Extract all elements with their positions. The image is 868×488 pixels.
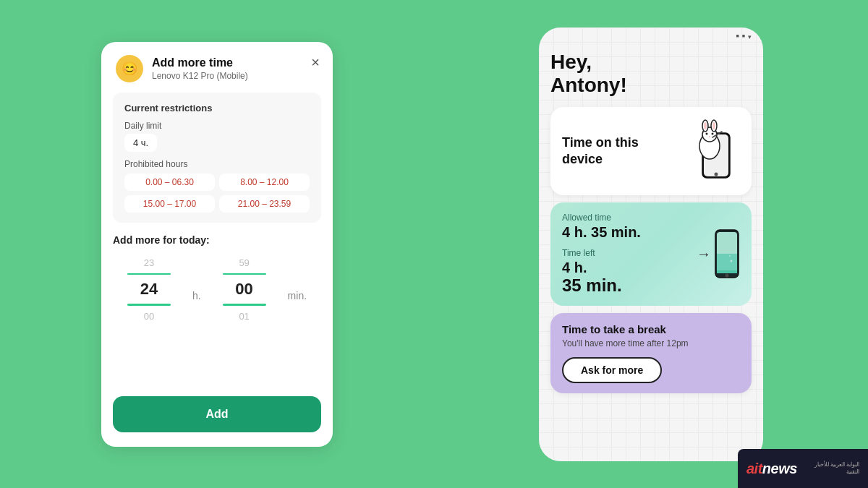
- svg-point-17: [726, 274, 729, 278]
- mins-below: 01: [239, 311, 249, 322]
- allowed-info: Allowed time 4 h. 35 min. Time left 4 h.…: [562, 213, 689, 296]
- watermark-subtext: البوابة العربية للأخبار التقنية: [803, 461, 859, 476]
- dialog-card: 😊 Add more time Lenovo K12 Pro (Mobile) …: [101, 42, 333, 447]
- mins-track-bottom: [223, 304, 266, 306]
- hours-unit: h.: [192, 290, 201, 301]
- add-button[interactable]: Add: [113, 396, 321, 432]
- svg-rect-16: [717, 270, 737, 273]
- dialog-subtitle: Lenovo K12 Pro (Mobile): [152, 71, 248, 81]
- hours-below: 00: [144, 311, 154, 322]
- greeting-text: Hey,Antony!: [550, 51, 752, 97]
- hours-track-bottom: [127, 304, 171, 306]
- watermark: aitnews البوابة العربية للأخبار التقنية: [738, 449, 868, 488]
- svg-point-2: [715, 172, 718, 176]
- time-slot-2: 8.00 – 12.00: [219, 174, 310, 191]
- dialog-header: 😊 Add more time Lenovo K12 Pro (Mobile) …: [101, 42, 333, 93]
- left-panel: 😊 Add more time Lenovo K12 Pro (Mobile) …: [0, 0, 434, 488]
- svg-point-10: [712, 132, 714, 134]
- right-panel: ■ ■ ▾ Hey,Antony! Time on this device: [434, 0, 868, 488]
- close-button[interactable]: ×: [311, 55, 320, 69]
- watermark-brand: aitnews: [746, 461, 797, 477]
- break-card: Time to take a break You'll have more ti…: [550, 313, 752, 393]
- brand-prefix: ait: [746, 461, 762, 476]
- allowed-label: Allowed time: [562, 213, 689, 223]
- mins-track-top: [223, 273, 266, 275]
- add-more-section: Add more for today: 23 24 00 h. 59 00 01: [101, 234, 333, 382]
- svg-rect-15: [717, 254, 737, 273]
- time-slot-1: 0.00 – 06.30: [124, 174, 215, 191]
- svg-point-8: [712, 122, 715, 129]
- allowed-time-card: Allowed time 4 h. 35 min. Time left 4 h.…: [550, 202, 752, 306]
- svg-point-18: [731, 260, 733, 262]
- status-chevron: ▾: [748, 33, 752, 40]
- hours-spinner[interactable]: 23 24 00: [127, 257, 171, 322]
- phone-content: Hey,Antony! Time on this device: [539, 43, 763, 461]
- dialog-title: Add more time: [152, 56, 248, 69]
- time-left-mins: 35 min.: [562, 275, 689, 296]
- break-subtitle: You'll have more time after 12pm: [562, 338, 740, 348]
- mins-unit: min.: [288, 290, 307, 301]
- hours-track-top: [127, 273, 171, 275]
- allowed-value: 4 h. 35 min.: [562, 224, 689, 241]
- phone-icon: [714, 228, 740, 279]
- mins-spinner[interactable]: 59 00 01: [223, 257, 266, 322]
- svg-point-7: [704, 122, 707, 129]
- status-bar: ■ ■ ▾: [539, 27, 763, 43]
- time-on-device-card: Time on this device: [550, 107, 752, 195]
- break-title: Time to take a break: [562, 323, 740, 335]
- time-slot-4: 21.00 – 23.59: [219, 195, 310, 213]
- avatar-emoji: 😊: [122, 61, 137, 77]
- time-left-hours: 4 h.: [562, 260, 689, 275]
- daily-limit-label: Daily limit: [124, 121, 310, 131]
- prohibited-label: Prohibited hours: [124, 159, 310, 169]
- restrictions-box: Current restrictions Daily limit 4 ч. Pr…: [113, 93, 321, 223]
- time-slot-3: 15.00 – 17.00: [124, 195, 215, 213]
- ask-for-more-button[interactable]: Ask for more: [562, 357, 662, 383]
- status-dot-2: ■: [742, 33, 745, 40]
- mins-value: 00: [235, 280, 252, 299]
- time-on-device-label: Time on this device: [562, 134, 663, 167]
- status-dot-1: ■: [736, 33, 739, 40]
- time-slots: 0.00 – 06.30 8.00 – 12.00 15.00 – 17.00 …: [124, 174, 310, 213]
- daily-limit-value: 4 ч.: [124, 134, 157, 152]
- restrictions-title: Current restrictions: [124, 103, 310, 114]
- time-left-label: Time left: [562, 248, 689, 258]
- hours-above: 23: [144, 257, 154, 268]
- phone-visual: →: [697, 213, 740, 296]
- arrow-right-icon: →: [697, 246, 711, 262]
- brand-suffix: news: [762, 461, 797, 476]
- svg-point-9: [706, 132, 708, 134]
- spinner-row: 23 24 00 h. 59 00 01 min.: [113, 257, 321, 322]
- svg-point-11: [709, 136, 710, 137]
- avatar: 😊: [116, 55, 143, 82]
- hours-value: 24: [140, 280, 158, 299]
- add-more-title: Add more for today:: [113, 234, 321, 246]
- mins-above: 59: [239, 257, 249, 268]
- svg-point-19: [729, 255, 731, 257]
- bunny-illustration: [682, 119, 740, 184]
- dialog-title-block: Add more time Lenovo K12 Pro (Mobile): [152, 56, 248, 81]
- phone-screen: ■ ■ ▾ Hey,Antony! Time on this device: [539, 27, 763, 461]
